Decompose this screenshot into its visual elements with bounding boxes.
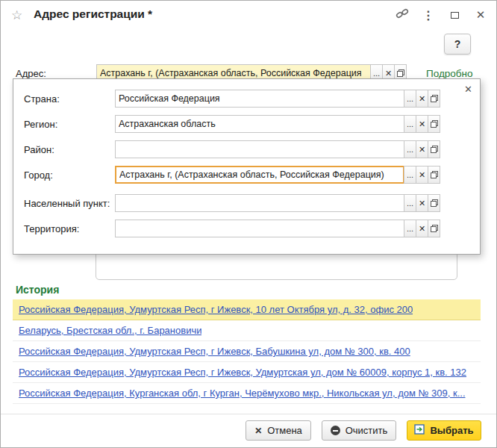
- lookup-button[interactable]: ...: [404, 140, 416, 158]
- lookup-button[interactable]: ...: [404, 194, 416, 212]
- history-link[interactable]: Российская Федерация, Удмуртская Респ, г…: [19, 346, 410, 357]
- open-icon: [397, 69, 404, 77]
- lookup-button[interactable]: ...: [404, 115, 416, 133]
- menu-dots-icon[interactable]: ⋮: [422, 8, 435, 22]
- history-list: Российская Федерация, Удмуртская Респ, г…: [13, 299, 481, 404]
- field-input[interactable]: [115, 115, 404, 133]
- open-button[interactable]: [428, 140, 440, 158]
- address-parts-popup: ✕ Страна: ... ✕ Регион: ... ✕ Район: ...…: [13, 78, 481, 255]
- select-button[interactable]: Выбрать: [407, 420, 481, 441]
- lookup-button[interactable]: ...: [404, 166, 416, 184]
- popup-field-row: Регион: ... ✕: [24, 115, 480, 133]
- popup-close-icon[interactable]: ✕: [464, 84, 472, 95]
- field-input[interactable]: [115, 220, 404, 237]
- history-row[interactable]: Российская Федерация, Курганская обл, г …: [13, 383, 481, 404]
- lookup-button[interactable]: ...: [404, 220, 416, 237]
- popup-field-row: Страна: ... ✕: [24, 90, 480, 108]
- cancel-label: Отмена: [267, 425, 302, 436]
- history-link[interactable]: Российская Федерация, Курганская обл, г …: [19, 388, 466, 399]
- favorite-star-icon[interactable]: ☆: [11, 7, 22, 23]
- history-header: История: [16, 284, 59, 296]
- field-label: Район:: [24, 144, 115, 155]
- field-label: Территория:: [24, 223, 115, 234]
- field-label: Страна:: [24, 93, 115, 105]
- clear-button[interactable]: Очистить: [322, 420, 396, 441]
- open-button[interactable]: [428, 90, 440, 108]
- address-label: Адрес:: [16, 68, 46, 79]
- cancel-icon: ✕: [254, 426, 262, 436]
- clear-field-button[interactable]: ✕: [416, 220, 428, 237]
- open-button[interactable]: [428, 194, 440, 212]
- open-icon: [431, 146, 438, 153]
- clear-field-button[interactable]: ✕: [416, 166, 428, 184]
- footer-buttons: ✕ Отмена Очистить Выбрать: [246, 420, 481, 441]
- history-link[interactable]: Российская Федерация, Удмуртская Респ, г…: [19, 367, 466, 378]
- field-label: Регион:: [24, 119, 115, 130]
- history-row[interactable]: Российская Федерация, Удмуртская Респ, г…: [13, 362, 481, 383]
- field-input[interactable]: [115, 90, 404, 108]
- open-button[interactable]: [428, 220, 440, 237]
- lookup-button[interactable]: ...: [404, 90, 416, 108]
- window-controls: ⋮ ✕: [396, 1, 487, 29]
- close-icon[interactable]: ✕: [474, 8, 487, 22]
- history-row[interactable]: Российская Федерация, Удмуртская Респ, г…: [13, 299, 481, 320]
- clear-field-button[interactable]: ✕: [416, 140, 428, 158]
- history-row[interactable]: Российская Федерация, Удмуртская Респ, г…: [13, 341, 481, 362]
- clear-label: Очистить: [346, 425, 388, 436]
- footer-separator: [1, 414, 496, 414]
- select-label: Выбрать: [430, 425, 473, 436]
- open-icon: [431, 199, 438, 207]
- popup-field-row: Территория: ... ✕: [24, 220, 480, 237]
- dialog-window: ☆ Адрес регистрации * ⋮ ✕ ? Адрес: ... ✕…: [0, 0, 497, 448]
- title-bar: ☆ Адрес регистрации * ⋮ ✕: [1, 1, 496, 29]
- open-icon: [431, 225, 438, 232]
- open-button[interactable]: [428, 166, 440, 184]
- clear-icon: [331, 426, 340, 435]
- popup-field-row: Город: ... ✕: [24, 166, 480, 184]
- open-icon: [431, 171, 438, 178]
- open-icon: [431, 95, 438, 102]
- clear-field-button[interactable]: ✕: [416, 90, 428, 108]
- link-icon[interactable]: [396, 7, 409, 23]
- field-input[interactable]: [115, 140, 404, 158]
- field-label: Населенный пункт:: [24, 198, 115, 209]
- field-label: Город:: [24, 169, 115, 181]
- help-button[interactable]: ?: [444, 34, 471, 55]
- history-row[interactable]: Беларусь, Брестская обл., г. Барановичи: [13, 320, 481, 341]
- field-input[interactable]: [115, 194, 404, 212]
- open-button[interactable]: [428, 115, 440, 133]
- maximize-icon[interactable]: [448, 8, 461, 22]
- details-link[interactable]: Подробно: [426, 68, 473, 79]
- open-icon: [431, 120, 438, 128]
- select-icon: [414, 424, 425, 437]
- field-input[interactable]: [115, 166, 404, 184]
- clear-field-button[interactable]: ✕: [416, 115, 428, 133]
- popup-fields: Страна: ... ✕ Регион: ... ✕ Район: ... ✕…: [13, 90, 480, 237]
- popup-field-row: Район: ... ✕: [24, 140, 480, 158]
- window-title: Адрес регистрации *: [34, 7, 152, 21]
- history-link[interactable]: Беларусь, Брестская обл., г. Барановичи: [19, 325, 201, 336]
- popup-field-row: Населенный пункт: ... ✕: [24, 194, 480, 212]
- cancel-button[interactable]: ✕ Отмена: [246, 420, 311, 441]
- history-link[interactable]: Российская Федерация, Удмуртская Респ, г…: [19, 304, 413, 315]
- clear-field-button[interactable]: ✕: [416, 194, 428, 212]
